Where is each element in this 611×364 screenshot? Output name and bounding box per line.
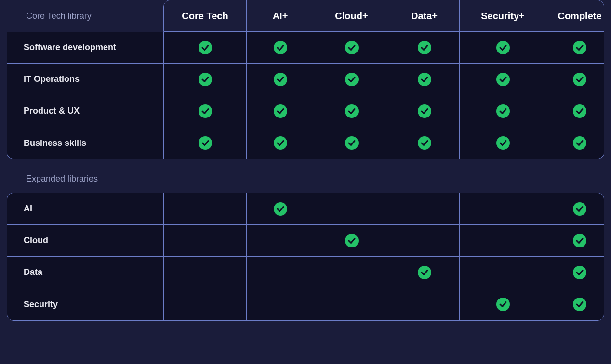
plan-header: Complete <box>546 0 604 31</box>
feature-cell <box>247 225 314 257</box>
table-row: Software development <box>7 32 604 64</box>
check-icon <box>274 41 287 54</box>
check-icon <box>573 266 586 279</box>
feature-cell <box>389 193 460 225</box>
expanded-libraries-table: AICloudDataSecurity <box>7 193 604 321</box>
feature-cell <box>164 225 247 257</box>
check-icon <box>199 73 212 86</box>
check-icon <box>496 41 510 54</box>
plan-header: Data+ <box>389 0 460 31</box>
feature-cell <box>389 64 460 95</box>
check-icon <box>496 73 510 86</box>
feature-cell <box>460 127 546 159</box>
feature-cell <box>546 225 604 257</box>
feature-cell <box>546 288 604 320</box>
feature-cell <box>460 288 546 320</box>
feature-cell <box>314 95 389 127</box>
feature-cell <box>164 64 247 95</box>
table-row: Data <box>7 257 604 288</box>
check-icon <box>274 104 287 118</box>
feature-cell <box>546 193 604 225</box>
feature-cell <box>546 257 604 288</box>
feature-cell <box>389 288 460 320</box>
feature-cell <box>546 32 604 64</box>
check-icon <box>573 202 586 216</box>
feature-cell <box>247 257 314 288</box>
check-icon <box>274 136 287 150</box>
plan-column-headers: Core Tech AI+ Cloud+ Data+ Security+ Com… <box>163 0 604 32</box>
feature-cell <box>546 127 604 159</box>
feature-cell <box>164 95 247 127</box>
feature-cell <box>164 257 247 288</box>
plan-header: Core Tech <box>164 0 247 31</box>
row-label: Software development <box>7 32 164 64</box>
feature-cell <box>314 225 389 257</box>
feature-cell <box>460 95 546 127</box>
feature-cell <box>247 127 314 159</box>
check-icon <box>418 104 431 118</box>
feature-cell <box>460 32 546 64</box>
check-icon <box>199 136 212 150</box>
feature-cell <box>314 64 389 95</box>
feature-cell <box>314 127 389 159</box>
plan-header: Security+ <box>460 0 546 31</box>
check-icon <box>418 73 431 86</box>
row-label: Business skills <box>7 127 164 159</box>
check-icon <box>573 73 586 86</box>
feature-cell <box>247 32 314 64</box>
feature-cell <box>389 32 460 64</box>
check-icon <box>274 202 287 216</box>
plan-header: Cloud+ <box>314 0 389 31</box>
check-icon <box>199 41 212 54</box>
check-icon <box>418 41 431 54</box>
check-icon <box>496 104 510 118</box>
feature-cell <box>164 127 247 159</box>
feature-cell <box>247 64 314 95</box>
plan-header: AI+ <box>247 0 314 31</box>
feature-cell <box>164 193 247 225</box>
feature-cell <box>314 257 389 288</box>
comparison-header: Core Tech library Core Tech AI+ Cloud+ D… <box>7 0 604 32</box>
feature-cell <box>389 95 460 127</box>
check-icon <box>496 136 510 150</box>
check-icon <box>345 234 359 247</box>
table-row: AI <box>7 193 604 225</box>
check-icon <box>345 104 359 118</box>
feature-cell <box>247 193 314 225</box>
feature-cell <box>247 95 314 127</box>
section-title-core: Core Tech library <box>7 0 163 32</box>
feature-cell <box>460 64 546 95</box>
check-icon <box>345 41 359 54</box>
check-icon <box>274 73 287 86</box>
row-label: IT Operations <box>7 64 164 95</box>
feature-cell <box>460 225 546 257</box>
check-icon <box>496 298 510 311</box>
row-label: AI <box>7 193 164 225</box>
feature-cell <box>389 257 460 288</box>
feature-cell <box>460 193 546 225</box>
feature-cell <box>389 127 460 159</box>
row-label: Data <box>7 257 164 288</box>
check-icon <box>573 234 586 247</box>
check-icon <box>573 104 586 118</box>
check-icon <box>418 266 431 279</box>
feature-cell <box>247 288 314 320</box>
table-row: Security <box>7 288 604 320</box>
feature-cell <box>314 288 389 320</box>
table-row: Product & UX <box>7 95 604 127</box>
check-icon <box>345 73 359 86</box>
check-icon <box>573 136 586 150</box>
feature-cell <box>389 225 460 257</box>
check-icon <box>199 104 212 118</box>
feature-cell <box>314 193 389 225</box>
core-tech-table: Software developmentIT OperationsProduct… <box>7 32 604 159</box>
feature-cell <box>314 32 389 64</box>
table-row: Cloud <box>7 225 604 257</box>
row-label: Security <box>7 288 164 320</box>
feature-cell <box>546 95 604 127</box>
feature-cell <box>164 288 247 320</box>
feature-cell <box>546 64 604 95</box>
feature-cell <box>460 257 546 288</box>
check-icon <box>418 136 431 150</box>
check-icon <box>573 41 586 54</box>
